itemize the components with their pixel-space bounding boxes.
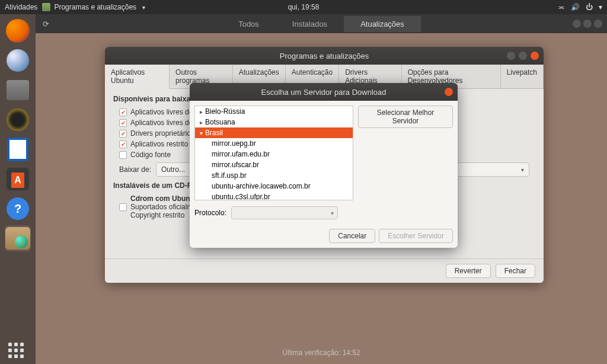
chevron-down-icon: ▾ <box>521 167 524 173</box>
system-menu-caret[interactable]: ▾ <box>599 3 602 11</box>
repo-checkbox[interactable] <box>119 119 127 127</box>
repo-checkbox[interactable] <box>119 108 127 116</box>
repo-checkbox[interactable] <box>119 141 127 148</box>
mirror-item[interactable]: ubuntu-archive.locaweb.com.br <box>195 181 353 191</box>
dock-software-sources[interactable] <box>5 225 31 251</box>
clock[interactable]: qui, 19:58 <box>288 3 320 11</box>
choose-server-dialog: Escolha um Servidor para Download Bielo-… <box>190 83 458 248</box>
cdrom-checkbox[interactable] <box>119 203 127 211</box>
software-view-tab[interactable]: Atualizações <box>344 16 421 32</box>
repo-label: Aplicativos livres de <box>130 108 193 116</box>
show-applications-icon[interactable] <box>8 343 24 358</box>
mirror-item[interactable]: ubuntu.c3sl.ufpr.br <box>195 191 353 200</box>
download-from-value: Outro... <box>161 165 185 174</box>
mirror-item[interactable]: sft.if.usp.br <box>195 170 353 181</box>
dock-firefox[interactable] <box>5 18 31 44</box>
dialog-title: Escolha um Servidor para Download <box>261 88 386 97</box>
dock-writer[interactable] <box>5 136 31 162</box>
maximize-icon[interactable] <box>519 52 527 60</box>
activities-button[interactable]: Atividades <box>5 3 37 11</box>
power-icon[interactable]: ⏻ <box>586 3 593 11</box>
repo-label: Drivers proprietário <box>130 129 191 138</box>
volume-icon[interactable]: 🔊 <box>571 3 580 11</box>
mirror-item[interactable]: mirror.ufscar.br <box>195 159 353 170</box>
cdrom-sub1: Suportados oficialm <box>130 203 197 211</box>
bg-minimize-icon[interactable] <box>573 20 581 28</box>
country-item[interactable]: Brasil <box>195 127 353 138</box>
choose-server-button[interactable]: Escolher Servidor <box>379 229 453 243</box>
dock-software[interactable] <box>5 166 31 192</box>
cdrom-sub2: Copyright restrito <box>130 211 197 219</box>
cdrom-title: Cdrom com Ubuntu <box>130 194 197 203</box>
protocol-label: Protocolo: <box>194 209 226 217</box>
last-check-status: Última verificação: 14:52 <box>36 349 607 357</box>
settings-tab[interactable]: Livepatch <box>501 65 544 88</box>
download-from-label: Baixar de: <box>119 165 151 174</box>
dock-files[interactable] <box>5 77 31 103</box>
app-menu-icon <box>42 3 50 11</box>
reload-icon[interactable]: ⟳ <box>36 20 56 28</box>
repo-label: Aplicativos restrito <box>130 140 188 148</box>
country-item[interactable]: Bielo-Rússia <box>195 106 353 117</box>
app-menu-label: Programas e atualizações <box>54 3 136 11</box>
window-title: Programas e atualizações <box>280 52 369 60</box>
bg-maximize-icon[interactable] <box>583 20 592 28</box>
country-item[interactable]: Botsuana <box>195 117 353 127</box>
minimize-icon[interactable] <box>507 52 515 60</box>
dock: ? <box>0 14 36 364</box>
mirror-item[interactable]: mirror.ufam.edu.br <box>195 149 353 159</box>
dock-help[interactable]: ? <box>5 196 31 222</box>
dock-rhythmbox[interactable] <box>5 107 31 133</box>
cancel-button[interactable]: Cancelar <box>329 229 375 243</box>
software-view-tab[interactable]: Todos <box>222 16 276 32</box>
repo-checkbox[interactable] <box>119 151 127 159</box>
chevron-down-icon: ▾ <box>331 210 334 216</box>
software-toolbar: ⟳ TodosInstaladosAtualizações <box>36 14 607 33</box>
server-tree[interactable]: Bielo-RússiaBotsuanaBrasilmirror.uepg.br… <box>194 106 353 200</box>
dock-thunderbird[interactable] <box>5 47 31 74</box>
dialog-titlebar: Escolha um Servidor para Download <box>190 83 458 101</box>
dialog-close-icon[interactable] <box>445 88 453 96</box>
window-titlebar: Programas e atualizações <box>105 47 544 65</box>
revert-button[interactable]: Reverter <box>446 264 491 278</box>
repo-checkbox[interactable] <box>119 130 127 138</box>
protocol-combo[interactable]: ▾ <box>231 206 338 219</box>
repo-label: Aplicativos livres de <box>130 119 193 127</box>
select-best-server-button[interactable]: Selecionar Melhor Servidor <box>358 106 453 128</box>
close-icon[interactable] <box>531 52 539 60</box>
bg-close-icon[interactable] <box>594 20 602 28</box>
mirror-item[interactable]: mirror.uepg.br <box>195 138 353 149</box>
software-view-tab[interactable]: Instalados <box>276 16 344 32</box>
network-icon[interactable]: ⫘ <box>558 3 565 11</box>
close-button[interactable]: Fechar <box>496 264 535 278</box>
app-menu[interactable]: Programas e atualizações <box>42 3 145 11</box>
top-panel: Atividades Programas e atualizações qui,… <box>0 0 607 14</box>
settings-tab[interactable]: Aplicativos Ubuntu <box>105 65 170 89</box>
repo-label: Código fonte <box>130 151 171 159</box>
